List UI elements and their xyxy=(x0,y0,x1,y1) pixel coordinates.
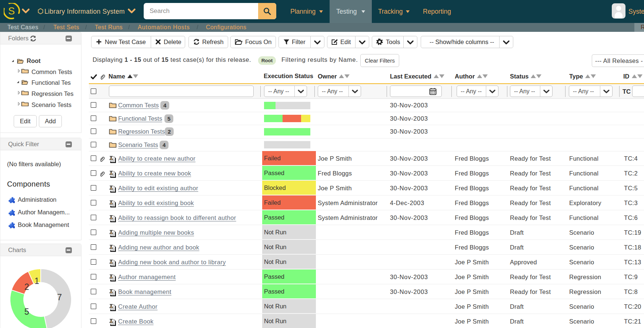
svg-text:1: 1 xyxy=(34,276,39,286)
svg-text:2: 2 xyxy=(24,282,29,292)
svg-text:5: 5 xyxy=(24,307,29,317)
svg-text:7: 7 xyxy=(57,292,62,302)
svg-text:S: S xyxy=(8,6,15,17)
